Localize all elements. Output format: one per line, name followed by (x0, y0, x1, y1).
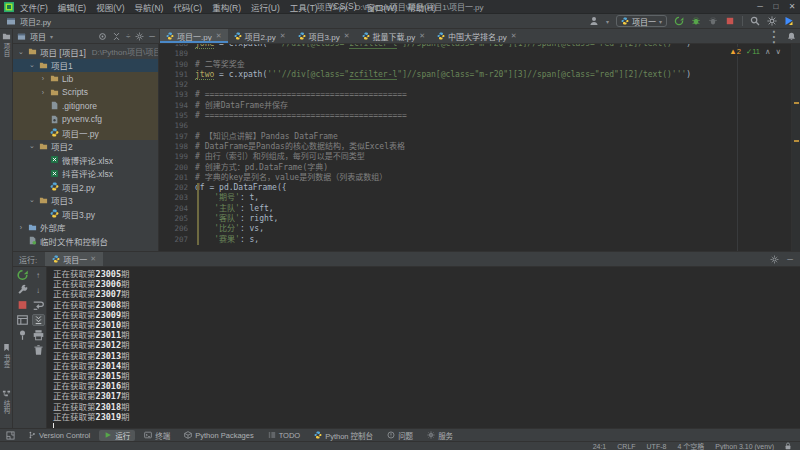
debug-button[interactable] (691, 16, 701, 26)
tree-item-1[interactable]: ⌄项目1 (13, 59, 158, 73)
ide-features-icon[interactable] (784, 16, 794, 26)
tree-arrow[interactable]: › (17, 224, 25, 231)
menu-4[interactable]: 代码(C) (173, 1, 202, 13)
tree-item-4[interactable]: .gitignore (13, 99, 158, 113)
menu-5[interactable]: 重构(R) (212, 1, 241, 13)
notifications-bell-icon[interactable] (787, 32, 796, 41)
menu-3[interactable]: 导航(N) (135, 1, 164, 13)
run-tab[interactable]: 项目一 ✕ (45, 252, 103, 266)
menu-7[interactable]: 工具(T) (290, 1, 318, 13)
menu-0[interactable]: 文件(F) (20, 1, 48, 13)
settings-gear-button[interactable] (767, 16, 777, 26)
editor-tab-1[interactable]: 项目2.py✕ (228, 29, 292, 43)
console-output[interactable]: 正在获取第23005期正在获取第23006期正在获取第23007期正在获取第23… (47, 267, 800, 428)
tree-item-8[interactable]: 微博评论.xlsx (13, 153, 158, 167)
run-config-selector[interactable]: 项目一 ▾ (616, 15, 667, 27)
toolwindow-3[interactable]: Python Packages (179, 430, 258, 441)
menu-10[interactable]: 帮助(H) (407, 1, 436, 13)
pin-tab-button[interactable] (16, 329, 29, 341)
tree-item-14[interactable]: 临时文件和控制台 (13, 234, 158, 248)
close-icon[interactable]: ✕ (511, 32, 517, 40)
editor-tab-2[interactable]: 项目3.py✕ (292, 29, 356, 43)
tree-item-2[interactable]: ›Lib (13, 72, 158, 86)
close-icon[interactable]: ✕ (344, 32, 350, 40)
menu-6[interactable]: 运行(U) (251, 1, 280, 13)
inspections-widget[interactable]: ▲2 ✓11 ∧ ∨ (726, 47, 784, 56)
toolwindow-1[interactable]: 运行 (99, 430, 135, 441)
close-icon[interactable]: ✕ (216, 32, 222, 40)
menu-8[interactable]: VCS(S) (328, 1, 357, 13)
editor-error-stripe[interactable] (791, 44, 800, 251)
tree-arrow[interactable]: ⌄ (17, 48, 25, 56)
menu-2[interactable]: 视图(V) (96, 1, 124, 13)
editor-tab-3[interactable]: 批量下载.py✕ (356, 29, 432, 43)
stripe-bookmarks-button[interactable]: 书签 (1, 343, 11, 369)
search-everywhere-button[interactable] (750, 16, 760, 26)
tree-arrow[interactable]: ⌄ (28, 196, 36, 204)
clear-console-button[interactable] (32, 344, 45, 356)
tree-arrow[interactable]: ⌄ (28, 142, 36, 150)
tree-arrow[interactable]: ⌄ (28, 61, 36, 69)
soft-wrap-button[interactable] (32, 299, 45, 311)
toolwindow-5[interactable]: Python 控制台 (309, 430, 378, 441)
rerun-program-button[interactable] (16, 269, 29, 281)
modify-run-config-button[interactable] (16, 284, 29, 296)
project-panel-title[interactable]: 项目 (30, 31, 46, 42)
menu-1[interactable]: 编辑(E) (58, 1, 86, 13)
toolwindow-0[interactable]: Version Control (23, 430, 95, 441)
status-item-2[interactable]: UTF-8 (647, 443, 667, 450)
restore-layout-button[interactable] (16, 314, 29, 326)
status-item-4[interactable]: Python 3.10 (venv) (715, 443, 774, 450)
toolwindow-4[interactable]: TODO (263, 430, 306, 441)
options-button[interactable]: ÷ (126, 32, 130, 41)
tree-item-6[interactable]: 项目一.py (13, 126, 158, 140)
next-occurrence-button[interactable]: ↓ (32, 284, 45, 296)
next-problem-chevron[interactable]: ∨ (776, 47, 782, 56)
tree-arrow[interactable]: › (39, 75, 47, 82)
close-button[interactable]: ✕ (784, 0, 800, 14)
toolwindow-2[interactable]: 终端 (139, 430, 175, 441)
collapse-all-button[interactable] (112, 32, 121, 41)
print-button[interactable] (32, 329, 45, 341)
run-settings-gear-button[interactable] (770, 255, 779, 264)
tab-options-icon[interactable]: ⋮ (766, 27, 782, 46)
tree-item-3[interactable]: ›Scripts (13, 86, 158, 100)
coverage-button[interactable] (708, 16, 718, 26)
status-item-1[interactable]: CRLF (617, 443, 635, 450)
tree-item-10[interactable]: 项目2.py (13, 180, 158, 194)
tree-item-7[interactable]: ⌄项目2 (13, 140, 158, 154)
hide-run-panel-button[interactable]: ─ (787, 255, 793, 264)
close-icon[interactable]: ✕ (90, 255, 96, 263)
stop-button[interactable] (725, 16, 735, 26)
menu-9[interactable]: 窗口(W) (366, 1, 397, 13)
user-icon[interactable] (589, 16, 599, 26)
tree-item-12[interactable]: 项目3.py (13, 207, 158, 221)
rerun-button[interactable] (674, 16, 684, 26)
prev-occurrence-button[interactable]: ↑ (32, 269, 45, 281)
tree-item-13[interactable]: ›外部库 (13, 221, 158, 235)
maximize-button[interactable]: □ (768, 0, 784, 14)
toolwindow-7[interactable]: 服务 (422, 430, 458, 441)
close-icon[interactable]: ✕ (419, 32, 425, 40)
locate-file-button[interactable] (98, 32, 107, 41)
stop-process-button[interactable] (16, 299, 29, 311)
status-item-0[interactable]: 24:1 (593, 443, 607, 450)
editor-tab-0[interactable]: 项目一.py✕ (160, 29, 228, 43)
panel-settings-button[interactable] (135, 32, 144, 41)
minimize-button[interactable]: ─ (752, 0, 768, 14)
tree-item-11[interactable]: ⌄项目3 (13, 194, 158, 208)
tree-item-0[interactable]: ⌄项目 [项目1]D:\Python项目\项目1 (13, 45, 158, 59)
hide-panel-button[interactable]: ─ (149, 32, 155, 41)
toolwindow-6[interactable]: 问题 (382, 430, 418, 441)
tree-item-5[interactable]: pyvenv.cfg (13, 113, 158, 127)
stripe-project-button[interactable]: 项目 (1, 32, 11, 58)
navigation-bar-item[interactable]: 项目2.py (6, 16, 51, 27)
editor-tab-4[interactable]: 中国大学排名.py✕ (431, 29, 523, 43)
status-item-3[interactable]: 4 个空格 (677, 441, 704, 450)
tool-window-switcher-icon[interactable] (6, 431, 15, 440)
tree-arrow[interactable]: › (39, 89, 47, 96)
stripe-structure-button[interactable]: 结构 (1, 389, 11, 415)
lock-icon[interactable] (784, 442, 792, 450)
close-icon[interactable]: ✕ (280, 32, 286, 40)
editor-pane[interactable]: 188jone = c.xpath('''//div[@class="zcfil… (159, 44, 800, 251)
